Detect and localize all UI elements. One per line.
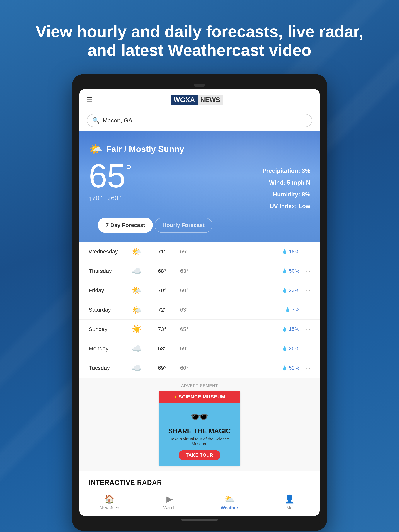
ad-museum-name: SCIENCE MUSEUM (179, 394, 225, 399)
forecast-row[interactable]: Wednesday 🌤️ 71° 65° 💧 18% ··· (79, 242, 320, 261)
ad-take-tour-button[interactable]: TAKE TOUR (179, 450, 221, 460)
forecast-high-temp: 68° (144, 268, 166, 274)
forecast-more-button[interactable]: ··· (299, 346, 310, 352)
precip-value: 35% (289, 346, 299, 352)
forecast-precipitation: 💧 23% (188, 287, 299, 293)
forecast-condition-icon: ☀️ (129, 324, 144, 334)
ad-banner[interactable]: ✦ SCIENCE MUSEUM 🕶️ SHARE THE MAGIC Take… (159, 391, 240, 466)
search-field[interactable]: 🔍 Macon, GA (87, 114, 312, 127)
nav-icon-me: 👤 (285, 494, 295, 504)
forecast-condition-icon: 🌤️ (129, 285, 144, 295)
forecast-more-button[interactable]: ··· (299, 365, 310, 371)
logo-wgxa: WGXA (171, 95, 198, 105)
forecast-low-temp: 59° (166, 345, 188, 352)
forecast-high-temp: 69° (144, 365, 166, 371)
search-icon: 🔍 (92, 117, 100, 124)
precip-value: 18% (289, 249, 299, 254)
forecast-condition-icon: ☁️ (129, 266, 144, 276)
ad-glasses-icon: 🕶️ (190, 408, 209, 426)
radar-title: INTERACTIVE RADAR (89, 479, 310, 487)
precipitation-label: Precipitation: (262, 167, 300, 174)
app-logo: WGXA NEWS (171, 95, 223, 105)
rain-icon: 💧 (285, 307, 290, 312)
ad-headline: SHARE THE MAGIC (168, 427, 231, 435)
forecast-day: Wednesday (89, 248, 129, 255)
forecast-row[interactable]: Friday 🌤️ 70° 60° 💧 23% ··· (79, 281, 320, 300)
ad-body: 🕶️ SHARE THE MAGIC Take a virtual tour o… (159, 403, 240, 466)
nav-item-newsfeed[interactable]: 🏠 Newsfeed (79, 494, 139, 510)
ad-section: ADVERTISEMENT ✦ SCIENCE MUSEUM 🕶️ SHARE … (79, 378, 320, 471)
nav-icon-weather: ⛅ (224, 494, 234, 504)
nav-icon-watch: ▶ (166, 494, 173, 504)
precipitation-row: Precipitation: 3% (262, 165, 310, 177)
forecast-more-button[interactable]: ··· (299, 268, 310, 274)
humidity-value: 8% (302, 191, 310, 198)
tab-7day[interactable]: 7 Day Forecast (98, 218, 153, 233)
forecast-row[interactable]: Saturday 🌤️ 72° 63° 💧 7% ··· (79, 300, 320, 320)
nav-label-newsfeed: Newsfeed (100, 505, 119, 510)
temp-degree: ° (126, 163, 132, 178)
nav-label-me: Me (286, 505, 293, 510)
forecast-precipitation: 💧 15% (188, 326, 299, 332)
radar-section: INTERACTIVE RADAR (79, 471, 320, 490)
condition-row: 🌤️ Fair / Mostly Sunny (89, 142, 310, 156)
forecast-condition-icon: 🌤️ (129, 305, 144, 315)
forecast-precipitation: 💧 35% (188, 346, 299, 352)
forecast-precipitation: 💧 50% (188, 268, 299, 274)
humidity-label: Humidity: (273, 191, 300, 198)
temp-high: ↑70° (89, 194, 102, 202)
weather-main: 65° ↑70° ↓60° Precipitation: 3% Wind: 5 … (89, 159, 310, 212)
rain-icon: 💧 (282, 288, 287, 293)
forecast-condition-icon: ☁️ (129, 363, 144, 373)
tab-hourly[interactable]: Hourly Forecast (155, 218, 212, 233)
tablet-bottom-bar (79, 516, 320, 523)
forecast-more-button[interactable]: ··· (299, 287, 310, 293)
menu-icon[interactable]: ☰ (87, 96, 93, 104)
condition-icon: 🌤️ (89, 142, 102, 156)
forecast-row[interactable]: Monday ☁️ 68° 59° 💧 35% ··· (79, 339, 320, 358)
forecast-row[interactable]: Thursday ☁️ 68° 63° 💧 50% ··· (79, 261, 320, 281)
forecast-high-temp: 71° (144, 248, 166, 255)
tablet-inner: ☰ WGXA NEWS 🔍 Macon, GA 🌤️ Fair / Mostly… (79, 89, 320, 516)
forecast-high-temp: 72° (144, 307, 166, 313)
forecast-day: Thursday (89, 268, 129, 274)
forecast-row[interactable]: Sunday ☀️ 73° 65° 💧 15% ··· (79, 320, 320, 339)
wind-label: Wind: (269, 179, 285, 186)
precip-value: 7% (292, 307, 299, 313)
forecast-low-temp: 65° (166, 326, 188, 332)
search-bar-container: 🔍 Macon, GA (79, 111, 320, 131)
forecast-list: Wednesday 🌤️ 71° 65° 💧 18% ··· Thursday … (79, 242, 320, 378)
temp-low: ↓60° (108, 194, 121, 202)
precip-value: 15% (289, 326, 299, 332)
nav-item-watch[interactable]: ▶ Watch (139, 494, 200, 510)
temp-range: ↑70° ↓60° (89, 194, 132, 202)
temp-value: 65 (89, 159, 126, 192)
forecast-precipitation: 💧 18% (188, 249, 299, 254)
headline: View hourly and daily forecasts, live ra… (0, 0, 399, 74)
forecast-low-temp: 60° (166, 287, 188, 293)
search-value[interactable]: Macon, GA (103, 117, 132, 124)
rain-icon: 💧 (282, 268, 287, 273)
precip-value: 52% (289, 365, 299, 371)
forecast-tabs: 7 Day Forecast Hourly Forecast (89, 218, 310, 233)
uv-value: Low (298, 203, 310, 209)
weather-hero: 🌤️ Fair / Mostly Sunny 65° ↑70° ↓60° Pre… (79, 131, 320, 242)
rain-icon: 💧 (282, 365, 287, 371)
forecast-more-button[interactable]: ··· (299, 326, 310, 332)
tablet-home-bar (181, 519, 218, 520)
uv-label: UV Index: (270, 203, 297, 209)
ad-header: ✦ SCIENCE MUSEUM (159, 391, 240, 403)
forecast-precipitation: 💧 52% (188, 365, 299, 371)
forecast-more-button[interactable]: ··· (299, 249, 310, 254)
forecast-day: Saturday (89, 307, 129, 313)
nav-item-me[interactable]: 👤 Me (260, 494, 320, 510)
precipitation-value: 3% (302, 167, 310, 174)
nav-item-weather[interactable]: ⛅ Weather (200, 494, 260, 510)
tablet-top-bar (79, 82, 320, 89)
ad-label: ADVERTISEMENT (85, 383, 314, 388)
forecast-day: Monday (89, 345, 129, 352)
forecast-more-button[interactable]: ··· (299, 307, 310, 313)
logo-news: NEWS (198, 95, 223, 105)
temperature-display: 65° (89, 159, 132, 192)
forecast-row[interactable]: Tuesday ☁️ 69° 60° 💧 52% ··· (79, 358, 320, 378)
